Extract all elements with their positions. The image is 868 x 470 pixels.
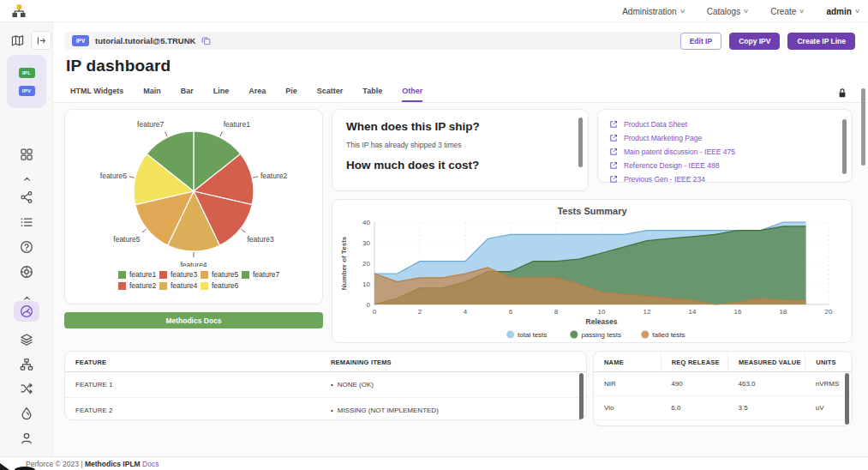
sidebar-item-gear[interactable] bbox=[0, 262, 53, 282]
chart-legend-item-failed-tests[interactable]: failed tests bbox=[641, 331, 685, 340]
sidebar-item-shuffle[interactable] bbox=[0, 378, 53, 399]
ipv-chip: IPV bbox=[72, 35, 89, 46]
table-row[interactable]: Vio6.03.5uV bbox=[594, 396, 852, 420]
create-ip-line-button[interactable]: Create IP Line bbox=[787, 33, 855, 50]
external-link-label: Reference Design - IEEE 488 bbox=[624, 161, 720, 170]
table-row[interactable]: FEATURE 2•MISSING (NOT IMPLEMENTED) bbox=[65, 398, 586, 421]
external-link-item[interactable]: Main patent discussion - IEEE 475 bbox=[609, 145, 841, 159]
external-link-label: Previous Gen - IEEE 234 bbox=[624, 175, 705, 184]
legend-swatch bbox=[159, 271, 167, 279]
ipv-badge[interactable]: IPV bbox=[19, 86, 35, 96]
feature-table-scrollbar[interactable] bbox=[579, 373, 584, 420]
sidebar-item-dashboard[interactable] bbox=[0, 301, 53, 322]
sidebar-item-flame[interactable] bbox=[0, 403, 53, 424]
legend-label: feature1 bbox=[129, 270, 156, 279]
table-cell: 490 bbox=[661, 372, 727, 396]
external-link-label: Main patent discussion - IEEE 475 bbox=[624, 148, 735, 156]
legend-item-feature1[interactable]: feature1 bbox=[118, 270, 156, 279]
tab-area[interactable]: Area bbox=[248, 87, 266, 100]
topnav-item-admin[interactable]: admin∨ bbox=[826, 7, 859, 16]
sidebar-item-user[interactable] bbox=[0, 428, 53, 449]
table-row[interactable]: PSRR101110.0dB bbox=[594, 420, 852, 427]
text-card-scrollbar[interactable] bbox=[578, 118, 583, 167]
share-icon bbox=[14, 187, 39, 208]
sidebar-item-share[interactable] bbox=[0, 187, 53, 208]
topnav-label: Administration bbox=[622, 7, 676, 16]
lock-icon[interactable] bbox=[837, 87, 847, 102]
chevron-down-icon: ∨ bbox=[854, 8, 860, 15]
table-row[interactable]: FEATURE 1•NONE (OK) bbox=[65, 372, 586, 398]
legend-item-feature2[interactable]: feature2 bbox=[118, 281, 156, 290]
methodics-docs-button[interactable]: Methodics Docs bbox=[64, 312, 323, 328]
external-link-item[interactable]: Reference Design - IEEE 488 bbox=[609, 159, 841, 172]
pie-label-feature6: feature6 bbox=[100, 172, 127, 180]
copy-ipv-button[interactable]: Copy IPV bbox=[729, 33, 780, 50]
x-axis-label: Releases bbox=[586, 317, 618, 326]
chevron-down-icon: ∨ bbox=[743, 8, 749, 15]
sidebar-item-layers[interactable] bbox=[0, 329, 53, 350]
external-link-icon bbox=[609, 134, 618, 142]
methodics-logo-icon[interactable] bbox=[11, 3, 27, 22]
chart-legend-item-total-tests[interactable]: total tests bbox=[506, 331, 547, 340]
map-icon[interactable] bbox=[7, 31, 27, 50]
sidebar-collapse-icon[interactable] bbox=[31, 31, 51, 50]
tab-line[interactable]: Line bbox=[213, 87, 230, 100]
external-link-item[interactable]: Previous Gen - IEEE 234 bbox=[609, 172, 841, 186]
pie-label-feature3: feature3 bbox=[248, 235, 274, 244]
legend-swatch bbox=[201, 271, 208, 279]
tab-other[interactable]: Other bbox=[402, 87, 422, 102]
sidebar: IPL IPV bbox=[0, 22, 53, 456]
topnav-label: Catalogs bbox=[707, 7, 740, 16]
tests-summary-title: Tests Summary bbox=[332, 200, 852, 216]
feature-table-card: FEATUREREMAINING ITEMSFEATURE 1•NONE (OK… bbox=[64, 351, 587, 420]
table-cell: •MISSING (NOT IMPLEMENTED) bbox=[320, 398, 586, 421]
copy-icon[interactable] bbox=[201, 36, 211, 45]
legend-item-feature4[interactable]: feature4 bbox=[159, 281, 197, 290]
measurements-table-scrollbar[interactable] bbox=[845, 373, 849, 425]
tab-table[interactable]: Table bbox=[362, 87, 382, 100]
tab-main[interactable]: Main bbox=[143, 87, 161, 100]
ip-context-panel[interactable]: IPL IPV bbox=[7, 55, 46, 108]
sidebar-item-chevron-up[interactable] bbox=[0, 168, 53, 189]
legend-label: feature6 bbox=[212, 281, 238, 290]
sidebar-item-hierarchy[interactable] bbox=[0, 354, 53, 375]
ipl-badge[interactable]: IPL bbox=[19, 68, 35, 78]
app-window: Administration∨Catalogs∨Create∨admin∨ IP… bbox=[0, 0, 868, 470]
bullet-icon: • bbox=[331, 381, 333, 389]
legend-item-feature7[interactable]: feature7 bbox=[242, 270, 279, 279]
svg-text:total tests: total tests bbox=[518, 331, 547, 339]
legend-item-feature6[interactable]: feature6 bbox=[201, 281, 238, 290]
legend-item-feature5[interactable]: feature5 bbox=[201, 270, 238, 279]
external-link-label: Product Marketing Page bbox=[624, 134, 702, 142]
topnav-item-create[interactable]: Create∨ bbox=[770, 7, 804, 16]
feature-table: FEATUREREMAINING ITEMSFEATURE 1•NONE (OK… bbox=[65, 352, 586, 420]
external-link-item[interactable]: Product Marketing Page bbox=[609, 131, 841, 145]
topnav-item-administration[interactable]: Administration∨ bbox=[622, 7, 684, 16]
main-scrollbar[interactable] bbox=[861, 88, 865, 166]
svg-text:4: 4 bbox=[464, 308, 468, 316]
dashboard-content: feature1feature2feature3feature4feature5… bbox=[53, 103, 868, 456]
edit-ip-button[interactable]: Edit IP bbox=[680, 33, 721, 50]
tests-summary-chart[interactable]: 02468101214161820010203040Number of Test… bbox=[337, 216, 847, 341]
table-row[interactable]: NIR490463.0nVRMS bbox=[594, 372, 852, 396]
tab-scatter[interactable]: Scatter bbox=[317, 87, 344, 100]
footer-docs-link[interactable]: Docs bbox=[142, 460, 159, 468]
legend-item-feature3[interactable]: feature3 bbox=[159, 270, 197, 279]
sidebar-item-grid[interactable] bbox=[0, 144, 53, 165]
sidebar-item-help[interactable] bbox=[0, 237, 53, 257]
links-card-scrollbar[interactable] bbox=[842, 119, 847, 174]
footer: Perforce © 2023 | Methodics IPLM Docs bbox=[0, 456, 868, 470]
chart-legend-item-passing-tests[interactable]: passing tests bbox=[570, 331, 621, 340]
links-list: Product Data SheetProduct Marketing Page… bbox=[609, 118, 841, 186]
sidebar-item-list[interactable] bbox=[0, 212, 53, 232]
external-link-item[interactable]: Product Data Sheet bbox=[609, 118, 841, 131]
features-pie-chart[interactable]: feature1feature2feature3feature4feature5… bbox=[65, 110, 322, 267]
topnav-item-catalogs[interactable]: Catalogs∨ bbox=[707, 7, 749, 16]
tab-html-widgets[interactable]: HTML Widgets bbox=[70, 87, 123, 100]
tab-bar[interactable]: Bar bbox=[181, 87, 194, 100]
tab-pie[interactable]: Pie bbox=[285, 87, 297, 100]
pie-label-feature2: feature2 bbox=[260, 172, 287, 180]
svg-text:10: 10 bbox=[598, 308, 606, 316]
column-header: NAME bbox=[594, 352, 661, 372]
table-cell: FEATURE 1 bbox=[65, 372, 320, 398]
